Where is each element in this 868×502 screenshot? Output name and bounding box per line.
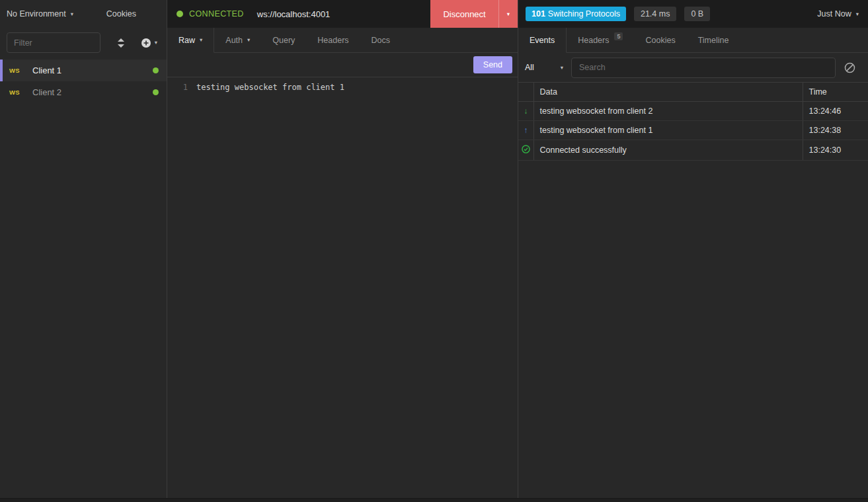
tab-label: Docs	[372, 36, 390, 45]
sidebar-filter-row: ▾	[0, 28, 167, 60]
response-time-badge: 21.4 ms	[634, 7, 676, 21]
connection-status-label: CONNECTED	[189, 9, 244, 19]
tab-label: Headers	[317, 36, 348, 45]
plus-circle-icon	[141, 38, 151, 48]
send-toolbar: Send	[167, 53, 518, 77]
cookies-button[interactable]: Cookies	[106, 9, 136, 19]
tab-label: Cookies	[645, 36, 675, 45]
tab-headers[interactable]: Headers	[306, 28, 360, 52]
tab-timeline[interactable]: Timeline	[687, 28, 740, 52]
event-type-select[interactable]: All ▾	[525, 63, 563, 72]
ban-icon	[844, 62, 855, 73]
events-search-input[interactable]	[571, 58, 836, 78]
headers-count-badge: 5	[614, 32, 623, 40]
chevron-down-icon: ▾	[247, 37, 250, 43]
message-received-icon: ↓	[524, 107, 528, 115]
connected-indicator-icon	[177, 11, 183, 17]
chevron-down-icon: ▾	[200, 37, 202, 43]
tab-events[interactable]: Events	[518, 28, 567, 53]
event-time: 13:24:30	[803, 140, 868, 161]
tab-response-headers[interactable]: Headers5	[567, 28, 634, 52]
status-text: Switching Protocols	[548, 9, 620, 19]
response-history-dropdown[interactable]: Just Now ▾	[817, 9, 859, 19]
recency-label: Just Now	[817, 9, 851, 19]
time-column-header: Time	[803, 83, 868, 102]
request-list: WS Client 1 WS Client 2	[0, 60, 167, 103]
request-pane: CONNECTED ws://localhost:4001 Disconnect…	[167, 0, 518, 502]
add-request-button[interactable]: ▾	[138, 38, 160, 48]
window-bottom-edge	[0, 498, 868, 502]
websocket-method-tag: WS	[9, 67, 32, 74]
connection-status-dot	[153, 67, 159, 73]
tab-response-cookies[interactable]: Cookies	[634, 28, 686, 52]
tab-raw[interactable]: Raw ▾	[167, 28, 214, 53]
event-row-sent[interactable]: ↑ testing websocket from client 1 13:24:…	[518, 121, 868, 140]
sort-button[interactable]	[114, 38, 129, 48]
icon-column-header	[518, 83, 533, 102]
events-filter-row: All ▾	[518, 53, 868, 82]
response-size-badge: 0 B	[684, 7, 710, 21]
clear-events-button[interactable]	[844, 62, 855, 73]
tab-label: Events	[530, 36, 555, 45]
response-pane: 101Switching Protocols 21.4 ms 0 B Just …	[518, 0, 868, 502]
events-table-header: Data Time	[518, 83, 868, 102]
data-column-header: Data	[533, 83, 803, 102]
request-name: Client 2	[32, 87, 61, 97]
editor-content: testing websocket from client 1	[196, 83, 344, 502]
check-circle-icon	[522, 145, 530, 153]
event-time: 13:24:46	[803, 102, 868, 121]
events-table: Data Time ↓ testing websocket from clien…	[518, 82, 868, 161]
url-input[interactable]: ws://localhost:4001	[257, 9, 331, 19]
disconnect-button-group: Disconnect ▾	[430, 0, 518, 28]
request-tabstrip: Raw ▾ Auth ▾ Query Headers Docs	[167, 28, 518, 53]
insomnia-window: No Environment ▾ Cookies	[0, 0, 868, 502]
response-tabstrip: Events Headers5 Cookies Timeline	[518, 28, 868, 53]
event-row-connected[interactable]: Connected successfully 13:24:30	[518, 140, 868, 161]
sidebar: No Environment ▾ Cookies	[0, 0, 167, 502]
event-time: 13:24:38	[803, 121, 868, 140]
sidebar-item-client-1[interactable]: WS Client 1	[0, 60, 167, 81]
message-sent-icon: ↑	[524, 126, 528, 134]
chevron-down-icon: ▾	[71, 11, 73, 17]
environment-label: No Environment	[7, 9, 66, 19]
chevron-down-icon: ▾	[561, 65, 563, 71]
event-type-value: All	[525, 63, 534, 72]
response-meta-bar: 101Switching Protocols 21.4 ms 0 B Just …	[518, 0, 868, 28]
line-number: 1	[167, 83, 196, 502]
status-code: 101	[532, 9, 545, 19]
chevron-down-icon: ▾	[155, 40, 157, 46]
message-body-editor[interactable]: 1 testing websocket from client 1	[167, 77, 518, 502]
tab-query[interactable]: Query	[261, 28, 306, 52]
chevron-down-icon: ▾	[507, 11, 510, 17]
tab-label: Headers	[578, 36, 609, 45]
event-data: Connected successfully	[533, 140, 803, 161]
event-row-received[interactable]: ↓ testing websocket from client 2 13:24:…	[518, 102, 868, 121]
tab-label: Auth	[225, 36, 243, 45]
tab-auth[interactable]: Auth ▾	[214, 28, 261, 52]
event-data: testing websocket from client 1	[533, 121, 803, 140]
websocket-method-tag: WS	[9, 89, 32, 96]
request-name: Client 1	[32, 65, 61, 75]
tab-docs[interactable]: Docs	[360, 28, 401, 52]
filter-input[interactable]	[7, 32, 100, 53]
sort-icon	[117, 38, 125, 48]
disconnect-button[interactable]: Disconnect	[430, 0, 498, 28]
disconnect-options-button[interactable]: ▾	[498, 0, 518, 28]
sidebar-item-client-2[interactable]: WS Client 2	[0, 81, 167, 103]
url-bar: CONNECTED ws://localhost:4001 Disconnect…	[167, 0, 518, 28]
send-button[interactable]: Send	[473, 56, 512, 73]
sidebar-header: No Environment ▾ Cookies	[0, 0, 167, 28]
chevron-down-icon: ▾	[856, 11, 859, 17]
connection-status-dot	[153, 89, 159, 95]
tab-label: Raw	[178, 36, 195, 45]
tab-label: Timeline	[698, 36, 729, 45]
event-data: testing websocket from client 2	[533, 102, 803, 121]
environment-selector[interactable]: No Environment ▾	[7, 9, 73, 19]
status-code-badge: 101Switching Protocols	[526, 7, 626, 21]
tab-label: Query	[272, 36, 295, 45]
